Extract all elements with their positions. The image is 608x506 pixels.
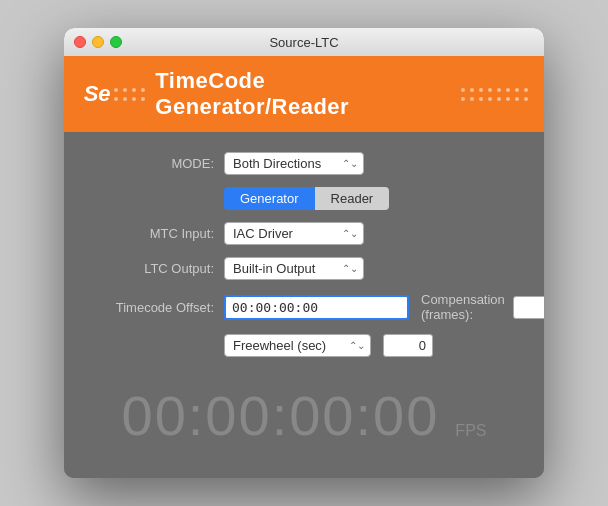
header-dot — [461, 97, 465, 101]
minimize-button[interactable] — [92, 36, 104, 48]
app-header: Se TimeCode Generator/Reader — [64, 56, 544, 132]
dot-line — [461, 97, 528, 101]
compensation-input[interactable] — [513, 296, 544, 319]
header-content: Se TimeCode Generator/Reader — [80, 68, 528, 120]
timecode-display: 00:00:00:00 FPS — [94, 373, 514, 454]
header-dot — [506, 97, 510, 101]
header-dot — [123, 97, 127, 101]
header-dot — [497, 97, 501, 101]
main-content: MODE: Both Directions Generator Only Rea… — [64, 132, 544, 478]
mtc-input-row: MTC Input: IAC Driver None CoreMIDI — [94, 222, 514, 245]
close-button[interactable] — [74, 36, 86, 48]
header-dot — [515, 97, 519, 101]
mode-label: MODE: — [94, 156, 214, 171]
header-dot — [488, 88, 492, 92]
header-dot — [114, 97, 118, 101]
ltc-output-label: LTC Output: — [94, 261, 214, 276]
header-dot — [470, 88, 474, 92]
header-dot — [488, 97, 492, 101]
ltc-output-row: LTC Output: Built-in Output None BlackHo… — [94, 257, 514, 280]
header-dot — [141, 88, 145, 92]
mtc-input-select-wrapper[interactable]: IAC Driver None CoreMIDI — [224, 222, 364, 245]
header-dot — [479, 97, 483, 101]
dot-line — [114, 97, 145, 101]
header-dot — [515, 88, 519, 92]
header-dot — [506, 88, 510, 92]
reader-tab-button[interactable]: Reader — [315, 187, 390, 210]
mode-select[interactable]: Both Directions Generator Only Reader On… — [224, 152, 364, 175]
maximize-button[interactable] — [110, 36, 122, 48]
ltc-output-select-wrapper[interactable]: Built-in Output None BlackHole — [224, 257, 364, 280]
header-dot — [132, 88, 136, 92]
mtc-input-select[interactable]: IAC Driver None CoreMIDI — [224, 222, 364, 245]
app-window: Source-LTC Se TimeC — [64, 28, 544, 478]
header-dot — [470, 97, 474, 101]
freewheel-value-input[interactable] — [383, 334, 433, 357]
dot-line — [114, 88, 145, 92]
mtc-input-label: MTC Input: — [94, 226, 214, 241]
mode-select-wrapper[interactable]: Both Directions Generator Only Reader On… — [224, 152, 364, 175]
freewheel-row: Freewheel (sec) Freewheel (frames) — [224, 334, 514, 357]
header-dot — [114, 88, 118, 92]
app-title: TimeCode Generator/Reader — [155, 68, 451, 120]
header-dot — [479, 88, 483, 92]
header-dot — [497, 88, 501, 92]
fps-label: FPS — [455, 422, 486, 448]
timecode-offset-label: Timecode Offset: — [94, 300, 214, 315]
dots-right — [461, 88, 528, 101]
header-dot — [461, 88, 465, 92]
header-dot — [123, 88, 127, 92]
header-dot — [132, 97, 136, 101]
header-dot — [524, 97, 528, 101]
dot-line — [461, 88, 528, 92]
header-dot — [141, 97, 145, 101]
app-logo: Se — [80, 76, 114, 112]
generator-tab-button[interactable]: Generator — [224, 187, 315, 210]
timecode-offset-input[interactable] — [224, 295, 409, 320]
traffic-lights — [74, 36, 122, 48]
dots-left — [114, 88, 145, 101]
freewheel-select[interactable]: Freewheel (sec) Freewheel (frames) — [224, 334, 371, 357]
title-bar: Source-LTC — [64, 28, 544, 56]
ltc-output-select[interactable]: Built-in Output None BlackHole — [224, 257, 364, 280]
compensation-label: Compensation (frames): — [421, 292, 505, 322]
window-title: Source-LTC — [269, 35, 338, 50]
mode-row: MODE: Both Directions Generator Only Rea… — [94, 152, 514, 175]
timecode-value: 00:00:00:00 — [122, 383, 440, 448]
toggle-group: Generator Reader — [224, 187, 514, 210]
timecode-offset-row: Timecode Offset: Compensation (frames): — [94, 292, 514, 322]
freewheel-select-wrapper[interactable]: Freewheel (sec) Freewheel (frames) — [224, 334, 371, 357]
header-dot — [524, 88, 528, 92]
